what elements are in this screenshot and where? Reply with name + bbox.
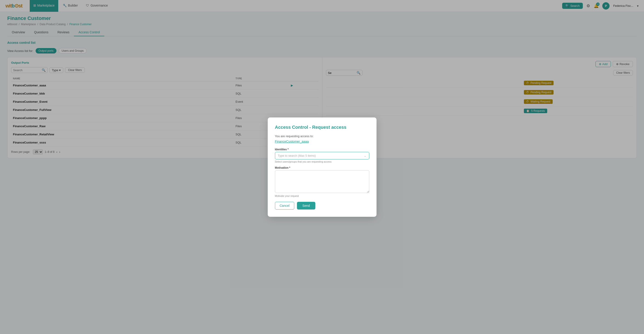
identities-placeholder: Type to search (Max 5 items)	[278, 154, 316, 157]
modal-overlay: Access Control - Request access You are …	[0, 0, 644, 163]
request-access-modal: Access Control - Request access You are …	[268, 118, 376, 163]
modal-target-link[interactable]: FinanceCustomer_aaaa	[275, 140, 369, 143]
identities-dropdown[interactable]: Type to search (Max 5 items) ⌄	[275, 152, 369, 160]
modal-requesting-label: You are requesting access to:	[275, 134, 369, 138]
identities-label: Identities *	[275, 148, 369, 151]
chevron-down-icon: ⌄	[364, 154, 366, 157]
identities-hint: Select users/groups that you are request…	[275, 160, 369, 163]
modal-title: Access Control - Request access	[275, 125, 369, 130]
